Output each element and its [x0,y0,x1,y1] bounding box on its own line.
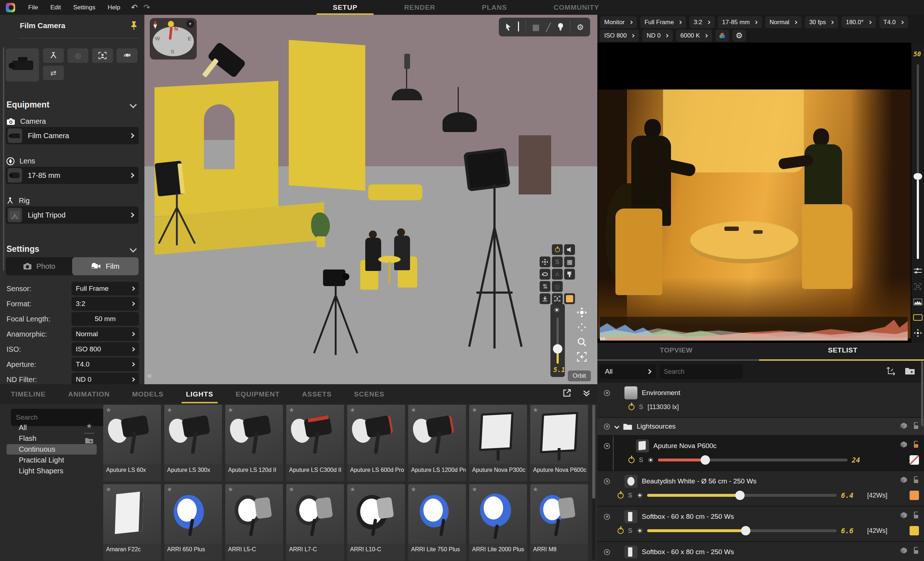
light-card[interactable]: ★ Aputure LS 60x [103,405,161,481]
visibility-icon[interactable] [604,549,610,555]
light-card[interactable]: ★ Aputure LS 1200d Pro [408,405,466,481]
focal-knob[interactable] [914,173,922,180]
favorite-star-icon[interactable]: ★ [228,406,233,413]
focal-length-field[interactable]: 50 mm [72,312,139,326]
favorite-star-icon[interactable]: ★ [289,486,294,493]
color-swatch[interactable] [910,526,919,536]
nd-chip[interactable]: ND 0 [642,30,673,42]
intensity-slider[interactable] [658,459,848,461]
favorite-star-icon[interactable]: ★ [106,486,111,493]
setlist-row-softbox-1[interactable]: Softbox - 60 x 80 cm - 250 Ws S ☀ 6.6 [4… [597,507,924,541]
lens-item-row[interactable]: 17-85 mm [6,167,139,184]
light-card[interactable]: ★ ARRI L5-C [225,484,283,561]
resize-handle-icon[interactable]: ⇔ [600,334,606,343]
intensity-slider[interactable] [647,494,837,497]
setlist-row-beautydish[interactable]: Beautydish White - Ø 56 cm - 250 Ws S ☀ … [597,471,924,506]
light-power-button[interactable] [552,244,563,255]
setlist-row-environment[interactable]: Environment S [113030 lx] [597,383,924,417]
setlist-row-softbox-2[interactable]: Softbox - 60 x 80 cm - 250 Ws S ☀ 8.0 [4… [597,542,924,561]
face-frame-button[interactable] [552,293,563,304]
face-focus-button[interactable] [92,48,113,63]
cube-icon[interactable] [900,476,908,483]
tab-lights[interactable]: LIGHTS [186,384,213,404]
favorite-star-icon[interactable]: ★ [411,406,416,413]
light-card[interactable]: ★ Aputure LS 600d Pro [347,405,405,481]
light-card[interactable]: ★ ARRI Lite 750 Plus [408,484,466,561]
menu-settings[interactable]: Settings [73,4,95,11]
cube-icon[interactable] [900,512,908,519]
expand-chevron-icon[interactable] [518,23,519,31]
visibility-icon[interactable] [604,390,610,396]
visibility-icon[interactable] [604,423,610,430]
slider-knob[interactable] [741,526,750,536]
intensity-knob[interactable] [553,344,562,353]
camera-thumbnail-button[interactable] [6,48,39,82]
favorite-star-icon[interactable]: ★ [411,486,416,493]
photo-mode-button[interactable]: Photo [6,257,72,275]
sensor-select[interactable]: Full Frame [72,282,139,295]
slider-knob[interactable] [735,491,745,500]
menu-help[interactable]: Help [108,4,120,11]
rig-item-row[interactable]: Light Tripod [6,206,139,224]
power-icon[interactable] [618,528,624,534]
visibility-icon[interactable] [604,514,610,520]
zoom-icon[interactable] [576,336,588,348]
setlist-search-input[interactable] [664,368,747,375]
solo-icon[interactable]: S [628,527,632,535]
light-card[interactable]: ★ ARRI L7-C [286,484,344,561]
favorite-star-icon[interactable]: ★ [533,406,538,413]
adjustment-sliders-icon[interactable] [912,266,923,276]
tab-community[interactable]: COMMUNITY [554,0,599,15]
cube-icon[interactable] [900,547,908,554]
favorites-star-icon[interactable]: ★ [86,422,92,430]
histogram-toggle-icon[interactable] [912,296,923,307]
favorite-star-icon[interactable]: ★ [167,406,172,413]
camera-preview[interactable]: ⇔ [597,43,911,358]
favorite-star-icon[interactable]: ★ [350,406,355,413]
category-all[interactable]: All [6,422,97,433]
favorite-star-icon[interactable]: ★ [350,486,355,493]
tab-topview[interactable]: TOPVIEW [660,346,693,354]
speaker-button[interactable] [564,244,575,255]
light-card[interactable]: ★ Aputure LS 120d II [225,405,283,481]
net-grid-button[interactable]: ▦ [564,256,575,267]
setlist-row-lightsources[interactable]: Lightsources [597,418,924,435]
pan-move-icon[interactable] [576,306,588,319]
move-tool-button[interactable] [540,256,550,267]
tripod-toggle-button[interactable] [552,269,563,280]
iso-chip[interactable]: ISO 800 [600,30,639,42]
tab-assets[interactable]: ASSETS [302,384,332,404]
power-icon[interactable] [618,492,624,498]
unlock-icon[interactable] [913,476,919,483]
select-cursor-icon[interactable] [506,23,512,31]
cube-icon[interactable] [900,422,908,429]
format-select[interactable]: 3:2 [72,297,139,311]
aperture-chip[interactable]: T4.0 [879,16,908,28]
menu-edit[interactable]: Edit [50,4,61,11]
camera-gear-button[interactable]: ⚙ [732,30,746,42]
anamorphic-chip[interactable]: Normal [765,16,802,28]
favorite-star-icon[interactable]: ★ [289,406,294,413]
rgb-color-button[interactable] [716,30,729,42]
popout-icon[interactable] [563,389,572,397]
move-arrows-icon[interactable] [576,321,588,334]
tab-animation[interactable]: ANIMATION [68,384,110,404]
category-flash[interactable]: Flash [6,433,97,444]
flag-button[interactable] [564,269,575,280]
setlist-search[interactable] [659,364,742,379]
unlock-icon[interactable] [913,422,919,429]
monitor-view-icon[interactable] [912,312,923,323]
tab-plans[interactable]: PLANS [482,0,507,15]
tab-render[interactable]: RENDER [404,0,435,15]
setlist-row-nova-p600c[interactable]: Aputure Nova P600c S ☀ 24 [597,436,924,470]
light-card[interactable]: ★ Aputure Nova P300c [469,405,527,481]
add-folder-icon[interactable] [85,437,93,444]
favorite-star-icon[interactable]: ★ [472,486,477,493]
viewport-gear-icon[interactable]: ⚙ [577,23,584,32]
unlock-icon[interactable] [913,441,919,448]
height-adjust-button[interactable]: ⇅ [540,281,550,292]
sensor-chip[interactable]: Full Frame [640,16,686,28]
favorite-star-icon[interactable]: ★ [167,486,172,493]
light-card[interactable]: ★ ARRI Lite 2000 Plus [469,484,527,561]
axis-tool-icon[interactable] [886,367,896,376]
